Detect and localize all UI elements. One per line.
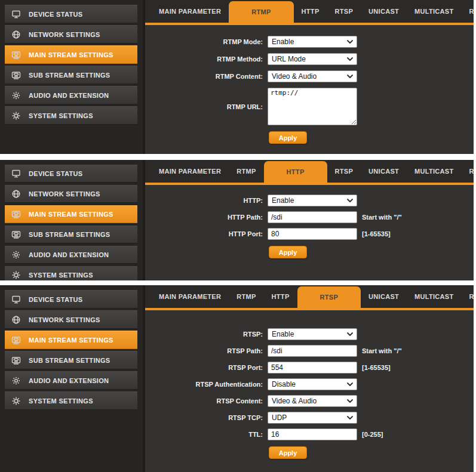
rtsp-path-input[interactable]	[268, 345, 357, 357]
sidebar-item-device-status[interactable]: DEVICE STATUS	[5, 290, 137, 309]
sidebar-item-label: NETWORK SETTINGS	[29, 31, 100, 38]
sidebar-item-label: SUB STREAM SETTINGS	[29, 231, 110, 238]
rtmp-content-label: RTMP Content:	[145, 73, 268, 80]
sidebar-item-label: NETWORK SETTINGS	[29, 190, 100, 198]
apply-button[interactable]: Apply	[269, 446, 307, 459]
dotted-gear-icon	[11, 250, 21, 260]
sidebar-item-system-settings[interactable]: SYSTEM SETTINGS	[5, 391, 137, 410]
tab-http[interactable]: HTTP	[264, 285, 297, 308]
sidebar-item-network-settings[interactable]: NETWORK SETTINGS	[5, 310, 137, 329]
ttl-input[interactable]	[268, 428, 357, 440]
sidebar-item-sub-stream-settings[interactable]: SUB STREAM SETTINGS	[5, 66, 137, 84]
tab-rtp[interactable]: RTP	[462, 0, 474, 23]
stream-icon	[11, 50, 21, 60]
sidebar-item-sub-stream-settings[interactable]: SUB STREAM SETTINGS	[5, 351, 137, 369]
sidebar-item-label: AUDIO AND EXTENSION	[29, 251, 109, 258]
monitor-icon	[11, 295, 21, 304]
stream-icon	[11, 209, 21, 219]
globe-icon	[11, 315, 21, 325]
chevron-down-icon	[347, 75, 353, 78]
rtsp-tcp-select[interactable]: UDP	[268, 412, 357, 424]
sidebar-item-audio-and-extension[interactable]: AUDIO AND EXTENSION	[5, 371, 137, 390]
tab-unicast[interactable]: UNICAST	[361, 0, 407, 23]
apply-button[interactable]: Apply	[269, 246, 307, 258]
tab-main-parameter[interactable]: MAIN PARAMETER	[151, 285, 229, 308]
content-area: MAIN PARAMETER RTMP HTTP RTSP UNICAST MU…	[145, 285, 474, 472]
http-label: HTTP:	[145, 197, 268, 204]
sidebar-item-label: DEVICE STATUS	[29, 296, 82, 303]
sidebar-item-sub-stream-settings[interactable]: SUB STREAM SETTINGS	[5, 226, 137, 243]
sidebar-item-label: SYSTEM SETTINGS	[29, 272, 93, 279]
rtsp-port-label: RTSP Port:	[145, 364, 268, 371]
tab-unicast[interactable]: UNICAST	[361, 285, 407, 308]
sidebar-item-label: NETWORK SETTINGS	[29, 316, 100, 323]
gear-icon	[11, 111, 21, 121]
http-port-input[interactable]	[268, 228, 357, 240]
chevron-down-icon	[347, 416, 353, 419]
chevron-down-icon	[347, 199, 353, 202]
apply-button[interactable]: Apply	[269, 131, 307, 144]
rtsp-select[interactable]: Enable	[268, 328, 357, 340]
tab-rtp[interactable]: RTP	[462, 285, 474, 308]
rtsp-tcp-label: RTSP TCP:	[145, 414, 268, 421]
tab-multicast[interactable]: MULTICAST	[407, 285, 461, 308]
chevron-down-icon	[347, 40, 353, 44]
sidebar-item-audio-and-extension[interactable]: AUDIO AND EXTENSION	[5, 246, 137, 264]
tab-unicast[interactable]: UNICAST	[361, 160, 407, 183]
panel-rtsp: DEVICE STATUS NETWORK SETTINGS MAIN STRE…	[0, 285, 474, 472]
tab-http[interactable]: HTTP	[264, 161, 327, 183]
http-port-hint: [1-65535]	[362, 230, 391, 237]
http-select[interactable]: Enable	[268, 195, 357, 206]
tab-main-parameter[interactable]: MAIN PARAMETER	[151, 160, 229, 183]
gear-icon	[11, 396, 21, 406]
sidebar-item-device-status[interactable]: DEVICE STATUS	[5, 5, 137, 23]
sidebar-item-label: MAIN STREAM SETTINGS	[29, 51, 113, 58]
tab-http[interactable]: HTTP	[294, 0, 327, 23]
stream-icon	[11, 335, 21, 345]
chevron-down-icon	[347, 332, 353, 336]
tab-multicast[interactable]: MULTICAST	[407, 0, 461, 23]
sidebar-item-main-stream-settings[interactable]: MAIN STREAM SETTINGS	[5, 205, 137, 223]
tab-rtmp[interactable]: RTMP	[229, 1, 293, 23]
http-path-label: HTTP Path:	[145, 214, 268, 221]
content-area: MAIN PARAMETER RTMP HTTP RTSP UNICAST MU…	[145, 160, 474, 280]
tab-main-parameter[interactable]: MAIN PARAMETER	[151, 0, 229, 23]
rtsp-authentication-label: RTSP Authentication:	[145, 381, 268, 388]
sidebar-item-network-settings[interactable]: NETWORK SETTINGS	[5, 25, 137, 44]
rtmp-mode-select[interactable]: Enable	[268, 36, 357, 48]
rtmp-url-textarea[interactable]: rtmp://	[268, 88, 357, 125]
rtsp-path-label: RTSP Path:	[145, 347, 268, 354]
sidebar-item-network-settings[interactable]: NETWORK SETTINGS	[5, 185, 137, 203]
tab-rtsp[interactable]: RTSP	[327, 160, 361, 183]
tab-multicast[interactable]: MULTICAST	[407, 160, 461, 183]
dotted-gear-icon	[11, 376, 21, 385]
tab-rtsp[interactable]: RTSP	[327, 0, 361, 23]
tab-rtsp[interactable]: RTSP	[297, 286, 361, 308]
sidebar-item-main-stream-settings[interactable]: MAIN STREAM SETTINGS	[5, 331, 137, 349]
rtmp-method-select[interactable]: URL Mode	[268, 53, 357, 65]
sidebar-item-device-status[interactable]: DEVICE STATUS	[5, 165, 137, 183]
rtmp-url-label: RTMP URL:	[145, 103, 268, 110]
sidebar-item-audio-and-extension[interactable]: AUDIO AND EXTENSION	[5, 86, 137, 104]
tab-rtp[interactable]: RTP	[462, 160, 474, 183]
rtsp-authentication-select[interactable]: Disable	[268, 378, 357, 390]
content-area: MAIN PARAMETER RTMP HTTP RTSP UNICAST MU…	[145, 0, 474, 154]
globe-icon	[11, 30, 21, 39]
rtsp-content-select[interactable]: Video & Audio	[268, 395, 357, 407]
rtsp-port-input[interactable]	[268, 362, 357, 374]
sidebar-item-system-settings[interactable]: SYSTEM SETTINGS	[5, 106, 137, 125]
sidebar-item-label: SYSTEM SETTINGS	[29, 397, 93, 405]
http-path-input[interactable]	[268, 211, 357, 223]
panel-http: DEVICE STATUS NETWORK SETTINGS MAIN STRE…	[0, 160, 474, 280]
sidebar-item-label: DEVICE STATUS	[29, 170, 82, 177]
sidebar-item-label: SYSTEM SETTINGS	[29, 112, 93, 119]
tab-rtmp[interactable]: RTMP	[229, 285, 263, 308]
sidebar-item-label: SUB STREAM SETTINGS	[29, 357, 110, 364]
sidebar: DEVICE STATUS NETWORK SETTINGS MAIN STRE…	[0, 0, 145, 154]
chevron-down-icon	[347, 57, 353, 61]
sidebar-item-system-settings[interactable]: SYSTEM SETTINGS	[5, 266, 137, 280]
rtmp-method-label: RTMP Method:	[145, 55, 268, 63]
sidebar-item-main-stream-settings[interactable]: MAIN STREAM SETTINGS	[5, 45, 137, 64]
rtmp-content-select[interactable]: Video & Audio	[268, 70, 357, 82]
tab-rtmp[interactable]: RTMP	[229, 160, 263, 183]
